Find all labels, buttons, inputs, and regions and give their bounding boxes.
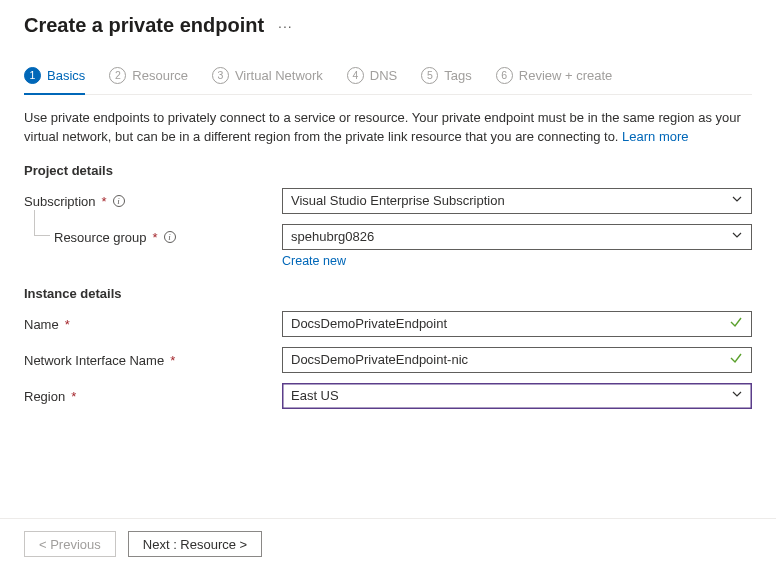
label-subscription: Subscription xyxy=(24,194,96,209)
tab-label: Virtual Network xyxy=(235,68,323,83)
nic-name-input[interactable]: DocsDemoPrivateEndpoint-nic xyxy=(282,347,752,373)
previous-button: < Previous xyxy=(24,531,116,557)
chevron-down-icon xyxy=(731,193,743,208)
tab-resource[interactable]: 2 Resource xyxy=(109,61,188,94)
tab-label: DNS xyxy=(370,68,397,83)
next-button[interactable]: Next : Resource > xyxy=(128,531,262,557)
wizard-tabs: 1 Basics 2 Resource 3 Virtual Network 4 … xyxy=(24,61,752,95)
page-title: Create a private endpoint xyxy=(24,14,264,37)
name-input[interactable]: DocsDemoPrivateEndpoint xyxy=(282,311,752,337)
tab-virtual-network[interactable]: 3 Virtual Network xyxy=(212,61,323,94)
label-name: Name xyxy=(24,317,59,332)
heading-project-details: Project details xyxy=(24,163,752,178)
required-indicator: * xyxy=(170,353,175,368)
tab-label: Resource xyxy=(132,68,188,83)
chevron-down-icon xyxy=(731,229,743,244)
tab-number-icon: 2 xyxy=(109,67,126,84)
required-indicator: * xyxy=(153,230,158,245)
tab-number-icon: 5 xyxy=(421,67,438,84)
tab-number-icon: 1 xyxy=(24,67,41,84)
tab-number-icon: 6 xyxy=(496,67,513,84)
subscription-select[interactable]: Visual Studio Enterprise Subscription xyxy=(282,188,752,214)
tab-review-create[interactable]: 6 Review + create xyxy=(496,61,613,94)
input-value: DocsDemoPrivateEndpoint xyxy=(291,316,447,331)
input-value: DocsDemoPrivateEndpoint-nic xyxy=(291,352,468,367)
tab-dns[interactable]: 4 DNS xyxy=(347,61,397,94)
heading-instance-details: Instance details xyxy=(24,286,752,301)
tab-label: Tags xyxy=(444,68,471,83)
info-icon[interactable]: i xyxy=(113,195,125,207)
label-resource-group: Resource group xyxy=(54,230,147,245)
intro-text: Use private endpoints to privately conne… xyxy=(24,109,752,147)
select-value: Visual Studio Enterprise Subscription xyxy=(291,193,505,208)
required-indicator: * xyxy=(71,389,76,404)
create-new-rg-link[interactable]: Create new xyxy=(282,254,752,268)
label-region: Region xyxy=(24,389,65,404)
tab-tags[interactable]: 5 Tags xyxy=(421,61,471,94)
label-nic-name: Network Interface Name xyxy=(24,353,164,368)
validation-ok-icon xyxy=(729,315,743,332)
required-indicator: * xyxy=(65,317,70,332)
tab-label: Basics xyxy=(47,68,85,83)
learn-more-link[interactable]: Learn more xyxy=(622,129,688,144)
tree-connector-icon xyxy=(34,210,50,236)
resource-group-select[interactable]: spehubrg0826 xyxy=(282,224,752,250)
select-value: spehubrg0826 xyxy=(291,229,374,244)
info-icon[interactable]: i xyxy=(164,231,176,243)
wizard-footer: < Previous Next : Resource > xyxy=(0,518,776,569)
tab-label: Review + create xyxy=(519,68,613,83)
validation-ok-icon xyxy=(729,351,743,368)
required-indicator: * xyxy=(102,194,107,209)
tab-number-icon: 4 xyxy=(347,67,364,84)
region-select[interactable]: East US xyxy=(282,383,752,409)
tab-basics[interactable]: 1 Basics xyxy=(24,61,85,94)
more-actions-icon[interactable]: ··· xyxy=(278,18,293,34)
tab-number-icon: 3 xyxy=(212,67,229,84)
chevron-down-icon xyxy=(731,388,743,403)
select-value: East US xyxy=(291,388,339,403)
